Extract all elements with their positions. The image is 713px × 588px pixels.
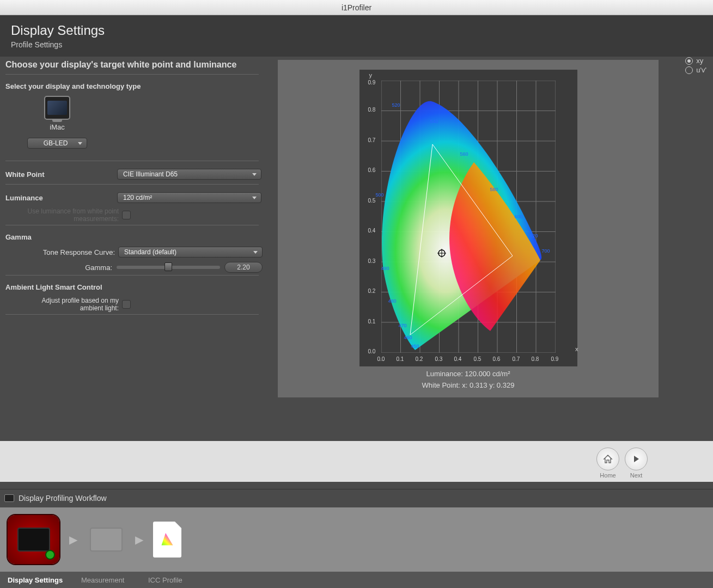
step-measurement[interactable] — [87, 520, 125, 559]
gamma-slider[interactable] — [117, 266, 220, 269]
ambient-adjust-checkbox[interactable] — [122, 300, 131, 309]
divider — [5, 161, 259, 161]
chromaticity-chart: y x — [359, 70, 577, 366]
technology-dropdown[interactable]: GB-LED — [27, 138, 87, 149]
gamma-value-field[interactable]: 2.20 — [224, 262, 263, 273]
home-label: Home — [600, 472, 616, 479]
trc-value: Standard (default) — [124, 248, 176, 256]
divider — [5, 314, 259, 315]
trc-label: Tone Response Curve: — [43, 248, 115, 256]
settings-heading: Choose your display's target white point… — [5, 60, 267, 70]
display-name: iMac — [22, 123, 93, 131]
coord-uv-radio[interactable]: u'v' — [685, 66, 706, 74]
workflow-title: Display Profiling Workflow — [19, 494, 107, 503]
white-point-label: White Point — [5, 170, 117, 179]
select-type-label: Select your display and technology type — [5, 82, 267, 90]
step-label-measurement: Measurement — [81, 576, 148, 584]
next-label: Next — [630, 472, 643, 479]
workflow-title-bar: Display Profiling Workflow — [0, 489, 713, 506]
y-axis-label: y — [369, 72, 373, 78]
divider — [5, 225, 259, 225]
chevron-right-icon: ▶ — [66, 533, 81, 546]
luminance-value: 120 cd/m² — [123, 194, 152, 201]
coord-space-toggle: xy u'v' — [685, 57, 706, 75]
use-wp-luminance-label: Use luminance from white point measureme… — [21, 207, 119, 223]
luminance-dropdown[interactable]: 120 cd/m² — [117, 192, 261, 203]
luminance-label: Luminance — [5, 194, 117, 202]
next-button[interactable] — [625, 448, 648, 470]
step-label-display-settings: Display Settings — [8, 576, 81, 584]
page-subtitle: Profile Settings — [11, 40, 702, 49]
display-selector[interactable]: iMac — [22, 96, 93, 131]
use-wp-luminance-checkbox[interactable] — [122, 211, 131, 219]
trc-dropdown[interactable]: Standard (default) — [118, 247, 263, 258]
ambient-adjust-label: Adjust profile based on my ambient light… — [21, 297, 119, 312]
divider — [5, 184, 259, 185]
chromaticity-svg — [381, 81, 556, 353]
ambient-label: Ambient Light Smart Control — [5, 283, 267, 291]
divider — [5, 275, 259, 275]
step-display-settings[interactable] — [8, 515, 59, 564]
white-point-dropdown[interactable]: CIE Illuminant D65 — [117, 169, 261, 180]
window-titlebar: i1Profiler — [0, 0, 713, 15]
chart-luminance-readout: Luminance: 120.000 cd/m² — [288, 370, 649, 378]
divider — [5, 74, 259, 75]
nav-strip: Home Next — [0, 441, 713, 482]
coord-xy-radio[interactable]: xy — [685, 57, 706, 65]
monitor-icon — [4, 494, 14, 502]
settings-panel: Choose your display's target white point… — [5, 60, 278, 436]
page-title: Display Settings — [11, 23, 702, 38]
step-icc-profile[interactable] — [153, 522, 181, 558]
x-axis-label: x — [575, 346, 578, 352]
step-label-icc-profile: ICC Profile — [148, 576, 214, 584]
workflow-step-labels: Display Settings Measurement ICC Profile — [0, 572, 713, 588]
technology-value: GB-LED — [44, 139, 68, 147]
gamma-label: Gamma — [5, 233, 267, 241]
home-icon — [602, 454, 613, 464]
play-icon — [632, 455, 641, 463]
window-title: i1Profiler — [342, 3, 371, 12]
chromaticity-panel: y x — [278, 60, 659, 397]
chart-whitepoint-readout: White Point: x: 0.313 y: 0.329 — [288, 381, 649, 389]
monitor-icon — [44, 96, 70, 120]
home-button[interactable] — [596, 448, 619, 470]
white-point-value: CIE Illuminant D65 — [123, 170, 178, 178]
chevron-right-icon: ▶ — [132, 533, 147, 546]
gamma-slider-label: Gamma: — [85, 264, 112, 272]
workflow-steps: ▶ ▶ — [0, 507, 713, 572]
